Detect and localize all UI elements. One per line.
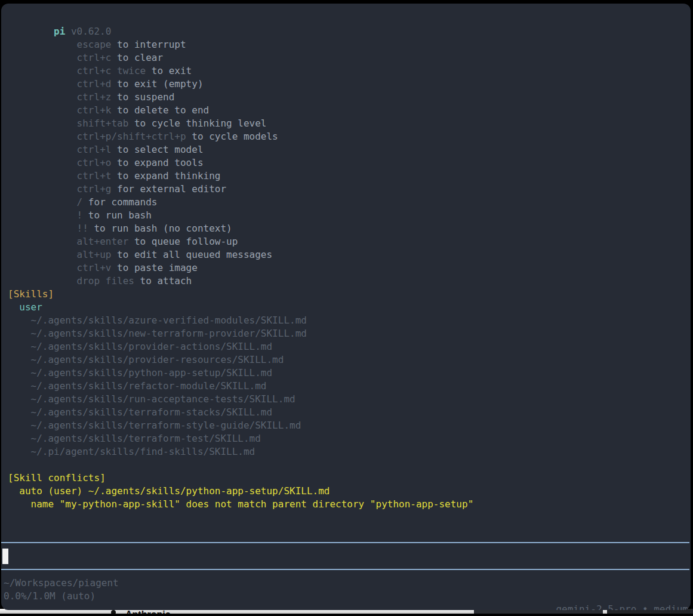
skill-path: ~/.agents/skills/terraform-test/SKILL.md xyxy=(8,432,688,445)
app-name: pi xyxy=(54,26,65,37)
shortcut-key: drop files xyxy=(77,275,134,287)
skill-path: ~/.agents/skills/new-terraform-provider/… xyxy=(8,327,688,340)
shortcut-key: / xyxy=(77,196,83,208)
shortcut-description: to cycle models xyxy=(192,131,278,142)
text-cursor xyxy=(2,549,8,564)
shortcut-description: to expand tools xyxy=(117,157,204,168)
skill-path-text: ~/.agents/skills/azure-verified-modules/… xyxy=(31,315,307,326)
skill-path: ~/.agents/skills/refactor-module/SKILL.m… xyxy=(8,380,688,393)
skill-path: ~/.agents/skills/run-acceptance-tests/SK… xyxy=(8,393,688,406)
skills-source: user xyxy=(8,301,688,314)
terminal-output: piv0.62.0 escapeto interrupt ctrl+cto cl… xyxy=(8,12,688,511)
shortcut-key: ctrl+l xyxy=(77,144,112,155)
prompt-input[interactable] xyxy=(1,542,689,570)
shortcut-description: for commands xyxy=(88,196,158,208)
shortcut-key: shift+tab xyxy=(77,118,129,129)
model-indicator: gemini-2.5-pro•medium xyxy=(498,590,688,603)
skill-path-text: ~/.agents/skills/provider-resources/SKIL… xyxy=(31,354,284,365)
shortcut-description: to clear xyxy=(117,52,163,63)
skill-path: ~/.agents/skills/azure-verified-modules/… xyxy=(8,314,688,327)
skills-path-list: ~/.agents/skills/azure-verified-modules/… xyxy=(8,314,688,458)
shortcut-description: to expand thinking xyxy=(117,170,220,181)
skill-path-text: ~/.agents/skills/python-app-setup/SKILL.… xyxy=(31,367,273,378)
shortcut-key: ctrl+c twice xyxy=(77,65,146,76)
shortcut-description: to exit (empty) xyxy=(117,78,204,90)
app-version: v0.62.0 xyxy=(71,26,111,37)
terminal-window: piv0.62.0 escapeto interrupt ctrl+cto cl… xyxy=(1,4,691,610)
status-row: 0.0%/1.0M (auto) gemini-2.5-pro•medium xyxy=(4,590,688,603)
skill-path-text: ~/.agents/skills/run-acceptance-tests/SK… xyxy=(31,393,295,405)
shortcut-description: to exit xyxy=(152,65,192,76)
screen: Anthropic piv0.62.0 escapeto interrupt c… xyxy=(0,0,693,616)
shortcut-key: ctrl+c xyxy=(77,52,112,63)
shortcut-key: ctrl+t xyxy=(77,170,112,181)
skill-path-text: ~/.pi/agent/skills/find-skills/SKILL.md xyxy=(31,446,255,457)
shortcut-description: to select model xyxy=(117,144,204,155)
skill-path-text: ~/.agents/skills/refactor-module/SKILL.m… xyxy=(31,380,267,392)
shortcut-key: ctrl+g xyxy=(77,183,112,195)
shortcut-key: escape xyxy=(77,39,112,50)
shortcut-description: to delete to end xyxy=(117,104,209,116)
skill-conflict-detail: name "my-python-app-skill" does not matc… xyxy=(8,498,688,511)
shortcut-description: to queue follow-up xyxy=(134,236,238,247)
skill-path: ~/.agents/skills/terraform-stacks/SKILL.… xyxy=(8,406,688,419)
skills-header: [Skills] xyxy=(8,288,688,301)
skill-path-text: ~/.agents/skills/new-terraform-provider/… xyxy=(31,328,307,339)
shortcut-description: to run bash xyxy=(88,210,152,221)
skill-path-text: ~/.agents/skills/terraform-stacks/SKILL.… xyxy=(31,406,273,418)
skill-path: ~/.agents/skills/provider-resources/SKIL… xyxy=(8,353,688,366)
shortcuts-list: escapeto interrupt ctrl+cto clear ctrl+c… xyxy=(8,25,688,275)
screen-edge xyxy=(0,614,693,616)
app-header: piv0.62.0 xyxy=(8,12,688,25)
shortcut-key: alt+enter xyxy=(77,236,129,247)
shortcut-description: to attach xyxy=(140,275,192,287)
shortcut-description: to cycle thinking level xyxy=(134,118,267,129)
shortcut-key: ! xyxy=(77,210,83,221)
skill-path: ~/.agents/skills/terraform-style-guide/S… xyxy=(8,419,688,432)
skill-path-text: ~/.agents/skills/terraform-style-guide/S… xyxy=(31,420,301,431)
skill-path-text: ~/.agents/skills/provider-actions/SKILL.… xyxy=(31,341,273,352)
shortcut-key: ctrl+z xyxy=(77,91,112,103)
shortcut-description: to suspend xyxy=(117,91,174,103)
separator-dot-icon: • xyxy=(642,603,648,610)
skill-conflict-entry: auto (user) ~/.agents/skills/python-app-… xyxy=(8,485,688,498)
shortcut-description: for external editor xyxy=(117,183,226,195)
context-usage: 0.0%/1.0M (auto) xyxy=(4,590,96,603)
shortcut-key: ctrl+k xyxy=(77,104,112,116)
skill-path: ~/.agents/skills/provider-actions/SKILL.… xyxy=(8,340,688,353)
shortcut-key: ctrl+d xyxy=(77,78,112,90)
blank-line xyxy=(8,458,688,472)
shortcut-key: alt+up xyxy=(77,249,112,260)
workspace-path: ~/Workspaces/piagent xyxy=(4,577,688,590)
skill-path-text: ~/.agents/skills/terraform-test/SKILL.md xyxy=(31,433,261,444)
shortcut-description: to run bash (no context) xyxy=(94,223,232,234)
model-name: gemini-2.5-pro xyxy=(556,603,636,610)
shortcut-description: to edit all queued messages xyxy=(117,249,272,260)
skill-path: ~/.agents/skills/python-app-setup/SKILL.… xyxy=(8,366,688,380)
skill-path: ~/.pi/agent/skills/find-skills/SKILL.md xyxy=(8,445,688,458)
shortcut-key: ctrl+v xyxy=(77,262,112,273)
thinking-level: medium xyxy=(654,603,688,610)
shortcut-key: ctrl+o xyxy=(77,157,112,168)
shortcut-key: ctrl+p/shift+ctrl+p xyxy=(77,131,186,142)
shortcut-key: !! xyxy=(77,223,88,234)
shortcut-description: to interrupt xyxy=(117,39,186,50)
status-bar: ~/Workspaces/piagent 0.0%/1.0M (auto) ge… xyxy=(4,577,688,603)
shortcut-description: to paste image xyxy=(117,262,198,273)
skill-conflicts-header: [Skill conflicts] xyxy=(8,472,688,485)
